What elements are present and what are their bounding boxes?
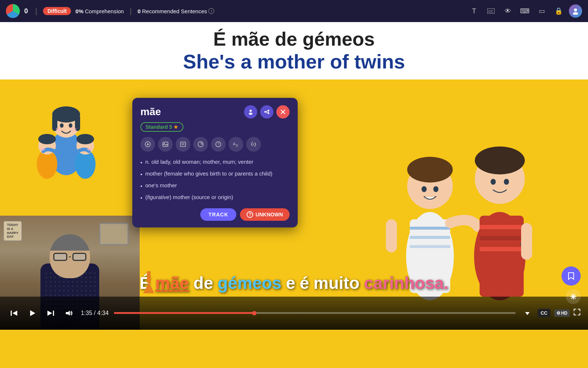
dict-actions: TRACK ? UNKNOWN (140, 208, 290, 221)
dict-audio-btn[interactable] (140, 137, 155, 152)
svg-point-18 (87, 148, 92, 151)
text-mode-btn[interactable]: T (467, 4, 481, 18)
svg-marker-68 (30, 310, 35, 316)
english-subtitle: She's a mother of twins (0, 50, 588, 74)
svg-marker-72 (525, 312, 530, 315)
difficulty-badge[interactable]: Difficult (43, 7, 71, 15)
svg-point-46 (268, 110, 269, 111)
svg-marker-71 (66, 311, 70, 316)
divider2: | (130, 7, 132, 15)
svg-rect-23 (410, 227, 450, 230)
svg-point-38 (491, 179, 496, 185)
skip-forward-btn[interactable] (44, 307, 57, 320)
svg-text:A: A (233, 142, 236, 146)
dict-chart-btn[interactable] (193, 137, 208, 152)
svg-rect-33 (480, 225, 524, 229)
comprehension-stat: 0% Comprehension (75, 8, 124, 14)
svg-marker-70 (47, 311, 52, 316)
subtitle-bar: É mãe de gémeos e é muito carinhosa. (0, 269, 588, 297)
svg-point-37 (475, 146, 525, 174)
dict-def-4: • (figurative) mother (source or origin) (140, 193, 290, 202)
portuguese-subtitle: É mãe de gémeos (0, 29, 588, 50)
bookmark-button[interactable] (562, 266, 581, 286)
svg-rect-25 (410, 245, 450, 248)
cartoon-mother-twins (15, 83, 118, 186)
svg-point-2 (574, 8, 577, 11)
svg-point-13 (38, 134, 56, 144)
svg-point-47 (268, 113, 269, 114)
avatar[interactable] (569, 4, 582, 18)
wall-sign: TODAYIS AHAPPYDAY (4, 221, 22, 241)
svg-point-44 (249, 113, 252, 115)
svg-point-28 (422, 186, 427, 192)
dict-header: mãe (140, 105, 290, 118)
time-display: 1:35 / 4:34 (81, 310, 109, 316)
dict-person-btn[interactable] (244, 105, 257, 118)
progress-bar[interactable] (114, 312, 516, 314)
info-icon[interactable]: i (208, 8, 214, 14)
captions-toggle-btn[interactable]: CC (484, 4, 498, 18)
svg-point-43 (250, 110, 252, 112)
svg-rect-66 (11, 311, 12, 316)
layout-btn[interactable]: ▭ (535, 4, 548, 18)
app-logo (6, 4, 20, 18)
keyboard-btn[interactable]: ⌨ (518, 4, 531, 18)
word-carinhosa[interactable]: carinhosa. (364, 273, 448, 293)
svg-marker-49 (147, 143, 149, 145)
svg-text:文: 文 (236, 144, 239, 147)
svg-point-19 (56, 127, 62, 131)
lock-btn[interactable]: 🔒 (552, 4, 565, 18)
dict-close-btn[interactable] (276, 105, 290, 118)
subtitle-line: É mãe de gémeos e é muito carinhosa. (7, 273, 581, 293)
word-gemeos[interactable]: gémeos (218, 273, 282, 293)
svg-marker-60 (143, 282, 154, 293)
hair (50, 234, 90, 251)
word-de: de (193, 273, 213, 293)
dict-help-btn[interactable]: ? (211, 137, 226, 152)
unknown-icon: ? (247, 211, 253, 218)
video-controls: 1:35 / 4:34 CC ⚙ HD (0, 297, 588, 330)
svg-point-16 (76, 134, 94, 144)
skip-back-btn[interactable] (7, 307, 21, 320)
dict-share-btn[interactable] (260, 105, 273, 118)
word-mae[interactable]: mãe (155, 273, 189, 293)
word-e3: é (300, 273, 309, 293)
settings-dropdown-btn[interactable] (521, 307, 534, 320)
snowflake-button[interactable] (566, 289, 581, 304)
dict-list-btn[interactable] (176, 137, 190, 152)
controls-right: CC ⚙ HD (521, 307, 581, 320)
svg-rect-52 (180, 142, 186, 146)
cc-button[interactable]: CC (538, 309, 551, 317)
eye-btn[interactable]: 👁 (501, 4, 514, 18)
svg-point-27 (407, 157, 453, 183)
dict-header-icons (244, 105, 290, 118)
divider: | (35, 7, 37, 15)
play-btn[interactable] (26, 307, 39, 320)
unknown-button[interactable]: ? UNKNOWN (240, 208, 290, 221)
progress-arrow (140, 271, 158, 295)
fullscreen-btn[interactable] (573, 308, 581, 318)
hd-settings-badge[interactable]: ⚙ HD (554, 309, 570, 317)
main-video-area: É mãe de gémeos She's a mother of twins (0, 22, 588, 368)
volume-btn[interactable] (62, 307, 76, 320)
video-content: mãe Standard 5 ★ (0, 79, 588, 330)
word-muito: muito (313, 273, 359, 293)
glasses (53, 252, 86, 261)
svg-point-17 (40, 148, 45, 151)
subtitle-header: É mãe de gémeos She's a mother of twins (0, 22, 588, 79)
recommended-stat: 0 Recommended Sentences i (137, 8, 214, 14)
progress-fill (114, 312, 255, 314)
svg-point-39 (504, 179, 509, 185)
dict-translate-btn[interactable]: A文 (229, 137, 243, 152)
svg-point-45 (264, 111, 266, 113)
score-count: 0 (24, 7, 28, 15)
svg-rect-35 (480, 247, 524, 251)
track-button[interactable]: TRACK (200, 208, 236, 221)
svg-rect-69 (53, 311, 54, 316)
dict-image-btn[interactable] (158, 137, 173, 152)
dict-link-btn[interactable] (246, 137, 261, 152)
dict-def-3: • one's mother (140, 181, 290, 191)
svg-point-29 (433, 186, 438, 192)
svg-point-10 (69, 123, 72, 128)
svg-marker-67 (12, 311, 17, 316)
